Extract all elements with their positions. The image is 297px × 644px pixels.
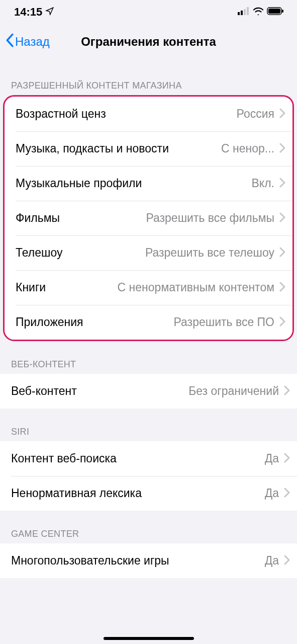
- row-value: Да: [265, 487, 279, 500]
- row-label: Фильмы: [16, 211, 60, 225]
- row-label: Веб-контент: [11, 384, 77, 398]
- row-multiplayer-games[interactable]: Многопользовательские игры Да: [0, 543, 297, 578]
- row-label: Ненормативная лексика: [11, 487, 142, 500]
- row-music-profiles[interactable]: Музыкальные профили Вкл.: [5, 166, 292, 201]
- row-movies[interactable]: Фильмы Разрешить все фильмы: [5, 201, 292, 235]
- back-button[interactable]: Назад: [5, 33, 50, 50]
- row-label: Приложения: [16, 315, 83, 329]
- status-left: 14:15: [14, 6, 54, 19]
- svg-rect-6: [282, 10, 283, 13]
- chevron-right-icon: [279, 178, 285, 190]
- row-label: Книги: [16, 281, 46, 294]
- row-label: Музыка, подкасты и новости: [16, 142, 169, 155]
- chevron-right-icon: [284, 385, 290, 397]
- chevron-right-icon: [284, 488, 290, 500]
- chevron-right-icon: [279, 212, 285, 224]
- list-group-web: Веб-контент Без ограничений: [0, 374, 297, 409]
- svg-rect-3: [247, 7, 249, 15]
- status-bar: 14:15: [0, 0, 297, 24]
- row-value: Да: [265, 554, 279, 568]
- row-books[interactable]: Книги С ненормативным контентом: [5, 270, 292, 305]
- svg-rect-5: [268, 9, 280, 14]
- section-header-gamecenter: GAME CENTER: [0, 511, 297, 543]
- section-header-store: РАЗРЕШЕННЫЙ КОНТЕНТ МАГАЗИНА: [0, 59, 297, 95]
- row-value: Вкл.: [252, 177, 274, 190]
- row-value: С ненормативным контентом: [118, 281, 274, 294]
- section-header-web: ВЕБ-КОНТЕНТ: [0, 341, 297, 374]
- row-web-content[interactable]: Веб-контент Без ограничений: [0, 374, 297, 409]
- chevron-right-icon: [279, 108, 285, 120]
- row-tv-shows[interactable]: Телешоу Разрешить все телешоу: [5, 235, 292, 270]
- highlighted-group: Возрастной ценз Россия Музыка, подкасты …: [3, 95, 294, 341]
- svg-rect-1: [241, 11, 243, 15]
- row-value: С ненор...: [221, 142, 274, 155]
- row-value: Разрешить все фильмы: [146, 211, 274, 225]
- list-group-store: Возрастной ценз Россия Музыка, подкасты …: [5, 97, 292, 340]
- chevron-left-icon: [5, 33, 14, 50]
- row-label: Телешоу: [16, 246, 62, 260]
- row-age-rating[interactable]: Возрастной ценз Россия: [5, 97, 292, 131]
- battery-icon: [267, 7, 284, 17]
- location-icon: [45, 6, 54, 19]
- status-right: [238, 7, 284, 17]
- row-value: Россия: [237, 107, 274, 121]
- svg-rect-2: [244, 9, 246, 15]
- row-explicit-language[interactable]: Ненормативная лексика Да: [0, 476, 297, 511]
- chevron-right-icon: [284, 555, 290, 567]
- status-time: 14:15: [14, 6, 42, 19]
- chevron-right-icon: [279, 282, 285, 294]
- row-label: Возрастной ценз: [16, 107, 106, 121]
- row-apps[interactable]: Приложения Разрешить все ПО: [5, 305, 292, 340]
- chevron-right-icon: [279, 143, 285, 155]
- cellular-icon: [238, 7, 250, 17]
- row-value: Разрешить все ПО: [173, 315, 274, 329]
- row-value: Да: [265, 452, 279, 465]
- list-group-gamecenter: Многопользовательские игры Да: [0, 543, 297, 578]
- chevron-right-icon: [284, 453, 290, 465]
- list-group-siri: Контент веб-поиска Да Ненормативная лекс…: [0, 441, 297, 511]
- svg-rect-0: [238, 12, 240, 15]
- row-label: Многопользовательские игры: [11, 554, 169, 568]
- section-header-siri: SIRI: [0, 409, 297, 441]
- back-label: Назад: [15, 35, 50, 49]
- row-web-search-content[interactable]: Контент веб-поиска Да: [0, 441, 297, 476]
- chevron-right-icon: [279, 247, 285, 259]
- page-title: Ограничения контента: [81, 35, 216, 49]
- home-indicator[interactable]: [104, 637, 194, 640]
- row-music-podcasts-news[interactable]: Музыка, подкасты и новости С ненор...: [5, 131, 292, 166]
- row-value: Без ограничений: [188, 384, 279, 398]
- chevron-right-icon: [279, 316, 285, 329]
- row-label: Музыкальные профили: [16, 177, 142, 190]
- nav-bar: Назад Ограничения контента: [0, 24, 297, 59]
- row-value: Разрешить все телешоу: [145, 246, 274, 260]
- row-label: Контент веб-поиска: [11, 452, 117, 465]
- wifi-icon: [253, 7, 264, 17]
